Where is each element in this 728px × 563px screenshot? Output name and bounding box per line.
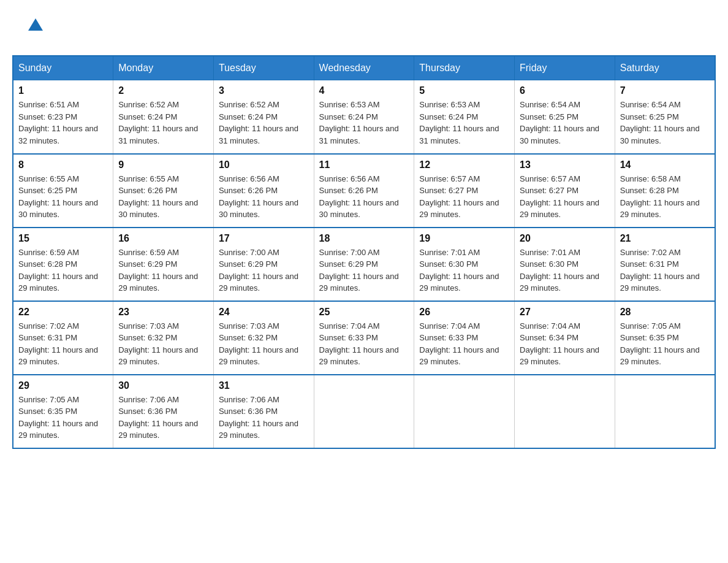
header-monday: Monday [113, 56, 214, 80]
day-info: Sunrise: 6:53 AM Sunset: 6:24 PM Dayligh… [419, 99, 509, 147]
day-number: 29 [18, 380, 108, 391]
calendar-cell: 12 Sunrise: 6:57 AM Sunset: 6:27 PM Dayl… [414, 154, 515, 228]
calendar-week-2: 8 Sunrise: 6:55 AM Sunset: 6:25 PM Dayli… [13, 154, 715, 228]
day-info: Sunrise: 6:52 AM Sunset: 6:24 PM Dayligh… [219, 99, 309, 147]
calendar-cell: 1 Sunrise: 6:51 AM Sunset: 6:23 PM Dayli… [13, 80, 113, 154]
day-info: Sunrise: 6:59 AM Sunset: 6:28 PM Dayligh… [18, 247, 108, 294]
page-header [12, 12, 716, 43]
calendar-cell [314, 375, 414, 448]
day-number: 21 [620, 233, 710, 244]
day-info: Sunrise: 6:53 AM Sunset: 6:24 PM Dayligh… [319, 99, 409, 147]
day-number: 16 [118, 233, 208, 244]
day-info: Sunrise: 6:56 AM Sunset: 6:26 PM Dayligh… [219, 173, 309, 221]
day-number: 7 [620, 85, 710, 96]
calendar-cell: 9 Sunrise: 6:55 AM Sunset: 6:26 PM Dayli… [113, 154, 214, 228]
calendar-cell: 16 Sunrise: 6:59 AM Sunset: 6:29 PM Dayl… [113, 228, 214, 301]
day-number: 31 [219, 380, 309, 391]
day-number: 13 [520, 159, 610, 170]
day-number: 20 [520, 233, 610, 244]
day-info: Sunrise: 7:05 AM Sunset: 6:35 PM Dayligh… [18, 394, 108, 442]
calendar-cell: 29 Sunrise: 7:05 AM Sunset: 6:35 PM Dayl… [13, 375, 113, 448]
day-info: Sunrise: 6:57 AM Sunset: 6:27 PM Dayligh… [419, 173, 509, 221]
calendar-cell: 10 Sunrise: 6:56 AM Sunset: 6:26 PM Dayl… [213, 154, 314, 228]
day-number: 24 [219, 307, 309, 318]
svg-marker-0 [28, 18, 43, 31]
day-number: 10 [219, 159, 309, 170]
day-info: Sunrise: 6:51 AM Sunset: 6:23 PM Dayligh… [18, 99, 108, 147]
day-number: 15 [18, 233, 108, 244]
day-number: 27 [520, 307, 610, 318]
calendar-cell: 6 Sunrise: 6:54 AM Sunset: 6:25 PM Dayli… [515, 80, 615, 154]
day-number: 2 [118, 85, 208, 96]
day-info: Sunrise: 7:03 AM Sunset: 6:32 PM Dayligh… [118, 320, 208, 368]
calendar-week-3: 15 Sunrise: 6:59 AM Sunset: 6:28 PM Dayl… [13, 228, 715, 301]
day-number: 25 [319, 307, 409, 318]
day-number: 3 [219, 85, 309, 96]
calendar-cell: 5 Sunrise: 6:53 AM Sunset: 6:24 PM Dayli… [414, 80, 515, 154]
day-number: 23 [118, 307, 208, 318]
day-info: Sunrise: 7:00 AM Sunset: 6:29 PM Dayligh… [319, 247, 409, 294]
calendar-week-5: 29 Sunrise: 7:05 AM Sunset: 6:35 PM Dayl… [13, 375, 715, 448]
header-wednesday: Wednesday [314, 56, 414, 80]
day-info: Sunrise: 7:05 AM Sunset: 6:35 PM Dayligh… [620, 320, 710, 368]
day-info: Sunrise: 6:55 AM Sunset: 6:26 PM Dayligh… [118, 173, 208, 221]
day-info: Sunrise: 6:58 AM Sunset: 6:28 PM Dayligh… [620, 173, 710, 221]
calendar-cell: 4 Sunrise: 6:53 AM Sunset: 6:24 PM Dayli… [314, 80, 414, 154]
calendar-cell: 28 Sunrise: 7:05 AM Sunset: 6:35 PM Dayl… [615, 301, 715, 375]
calendar-cell [414, 375, 515, 448]
day-info: Sunrise: 7:04 AM Sunset: 6:34 PM Dayligh… [520, 320, 610, 368]
day-info: Sunrise: 6:52 AM Sunset: 6:24 PM Dayligh… [118, 99, 208, 147]
calendar-cell: 2 Sunrise: 6:52 AM Sunset: 6:24 PM Dayli… [113, 80, 214, 154]
calendar-cell: 18 Sunrise: 7:00 AM Sunset: 6:29 PM Dayl… [314, 228, 414, 301]
day-info: Sunrise: 6:55 AM Sunset: 6:25 PM Dayligh… [18, 173, 108, 221]
day-info: Sunrise: 7:02 AM Sunset: 6:31 PM Dayligh… [18, 320, 108, 368]
calendar-cell [515, 375, 615, 448]
header-tuesday: Tuesday [213, 56, 314, 80]
day-info: Sunrise: 7:03 AM Sunset: 6:32 PM Dayligh… [219, 320, 309, 368]
calendar-cell: 19 Sunrise: 7:01 AM Sunset: 6:30 PM Dayl… [414, 228, 515, 301]
calendar-cell: 20 Sunrise: 7:01 AM Sunset: 6:30 PM Dayl… [515, 228, 615, 301]
day-info: Sunrise: 7:01 AM Sunset: 6:30 PM Dayligh… [520, 247, 610, 294]
header-saturday: Saturday [615, 56, 715, 80]
day-number: 30 [118, 380, 208, 391]
day-number: 8 [18, 159, 108, 170]
day-info: Sunrise: 7:04 AM Sunset: 6:33 PM Dayligh… [419, 320, 509, 368]
day-info: Sunrise: 6:57 AM Sunset: 6:27 PM Dayligh… [520, 173, 610, 221]
header-thursday: Thursday [414, 56, 515, 80]
calendar-cell: 15 Sunrise: 6:59 AM Sunset: 6:28 PM Dayl… [13, 228, 113, 301]
day-number: 18 [319, 233, 409, 244]
day-info: Sunrise: 7:01 AM Sunset: 6:30 PM Dayligh… [419, 247, 509, 294]
calendar-cell: 26 Sunrise: 7:04 AM Sunset: 6:33 PM Dayl… [414, 301, 515, 375]
day-info: Sunrise: 6:54 AM Sunset: 6:25 PM Dayligh… [520, 99, 610, 147]
calendar-cell: 25 Sunrise: 7:04 AM Sunset: 6:33 PM Dayl… [314, 301, 414, 375]
header-friday: Friday [515, 56, 615, 80]
day-number: 12 [419, 159, 509, 170]
calendar-cell: 11 Sunrise: 6:56 AM Sunset: 6:26 PM Dayl… [314, 154, 414, 228]
day-info: Sunrise: 7:06 AM Sunset: 6:36 PM Dayligh… [219, 394, 309, 442]
calendar-week-1: 1 Sunrise: 6:51 AM Sunset: 6:23 PM Dayli… [13, 80, 715, 154]
calendar-week-4: 22 Sunrise: 7:02 AM Sunset: 6:31 PM Dayl… [13, 301, 715, 375]
day-number: 19 [419, 233, 509, 244]
day-info: Sunrise: 7:00 AM Sunset: 6:29 PM Dayligh… [219, 247, 309, 294]
calendar-cell: 21 Sunrise: 7:02 AM Sunset: 6:31 PM Dayl… [615, 228, 715, 301]
calendar-cell: 13 Sunrise: 6:57 AM Sunset: 6:27 PM Dayl… [515, 154, 615, 228]
logo [12, 12, 43, 43]
day-number: 26 [419, 307, 509, 318]
day-info: Sunrise: 6:56 AM Sunset: 6:26 PM Dayligh… [319, 173, 409, 221]
day-info: Sunrise: 7:06 AM Sunset: 6:36 PM Dayligh… [118, 394, 208, 442]
calendar-cell: 31 Sunrise: 7:06 AM Sunset: 6:36 PM Dayl… [213, 375, 314, 448]
day-number: 28 [620, 307, 710, 318]
calendar-cell: 7 Sunrise: 6:54 AM Sunset: 6:25 PM Dayli… [615, 80, 715, 154]
day-number: 14 [620, 159, 710, 170]
day-number: 9 [118, 159, 208, 170]
day-number: 5 [419, 85, 509, 96]
calendar-cell: 23 Sunrise: 7:03 AM Sunset: 6:32 PM Dayl… [113, 301, 214, 375]
day-number: 4 [319, 85, 409, 96]
day-number: 6 [520, 85, 610, 96]
calendar-cell: 22 Sunrise: 7:02 AM Sunset: 6:31 PM Dayl… [13, 301, 113, 375]
calendar-cell: 27 Sunrise: 7:04 AM Sunset: 6:34 PM Dayl… [515, 301, 615, 375]
day-number: 11 [319, 159, 409, 170]
day-number: 1 [18, 85, 108, 96]
calendar-cell: 8 Sunrise: 6:55 AM Sunset: 6:25 PM Dayli… [13, 154, 113, 228]
day-info: Sunrise: 7:04 AM Sunset: 6:33 PM Dayligh… [319, 320, 409, 368]
